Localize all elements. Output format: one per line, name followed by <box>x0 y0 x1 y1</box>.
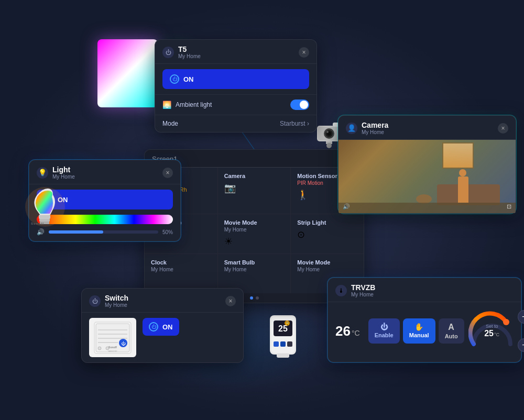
trvzb-plus-btn[interactable]: + <box>518 310 524 324</box>
camera-panel-title: Camera <box>362 121 388 129</box>
switch-subtitle: My Home <box>105 302 128 308</box>
camera-panel: 👤 Camera My Home × 🔊 ⊡ <box>338 115 516 214</box>
t5-title: T5 <box>178 45 201 53</box>
movie-mode-subtitle: My Home <box>224 227 285 233</box>
clock-title: Clock <box>151 259 211 266</box>
trvzb-enable-btn[interactable]: ⏻ Enable <box>368 318 400 344</box>
trvzb-title: TRVZB <box>351 283 375 292</box>
mode-value: Starburst › <box>280 120 309 127</box>
camera-header: 👤 Camera My Home × <box>339 116 516 140</box>
light-title: Light <box>52 165 75 174</box>
t5-close-btn[interactable]: × <box>299 47 309 58</box>
page-dot-2 <box>256 296 259 300</box>
movie-mode-title: Movie Mode <box>224 219 285 226</box>
trvzb-set-temp: 25 <box>484 329 494 338</box>
t5-panel: ⏻ T5 My Home × ⏻ ON 🌅 Ambient light Mode… <box>155 39 317 132</box>
t5-subtitle: My Home <box>178 53 201 59</box>
strip-light-title: Strip Light <box>297 219 357 226</box>
t5-on-label: ON <box>183 75 194 83</box>
trvzb-set-label-text: Set to <box>484 324 499 329</box>
grid-cell-camera[interactable]: Camera 📷 <box>218 168 291 214</box>
ambient-label: Ambient light <box>176 101 212 108</box>
switch-device-image: ⏻ Sonoff BASICR2 <box>89 318 136 357</box>
switch-on-button[interactable]: ⏻ ON <box>143 318 179 336</box>
switch-power-icon: ⏻ <box>149 322 158 331</box>
movie-mode2-title: Movie Mode <box>297 259 357 266</box>
t5-power-icon: ⏻ <box>170 74 179 84</box>
camera-panel-subtitle: My Home <box>362 129 388 135</box>
ambient-icon: 🌅 <box>162 101 171 109</box>
switch-panel: ⏻ Switch My Home × ⏻ <box>81 288 244 363</box>
trvzb-temp-unit: °C <box>352 329 360 337</box>
light-subtitle: My Home <box>52 174 75 180</box>
svg-rect-28 <box>280 341 286 347</box>
t5-icon: ⏻ <box>162 47 174 58</box>
trvzb-set-unit: °C <box>494 332 499 337</box>
camera-panel-icon: 👤 <box>346 123 357 134</box>
trvzb-icon: 🌡 <box>335 285 347 296</box>
trvzb-manual-btn[interactable]: ✋ Manual <box>403 318 435 344</box>
t5-on-button[interactable]: ⏻ ON <box>162 69 309 89</box>
page-dot-1 <box>250 296 253 300</box>
grid-cell-strip-light[interactable]: Strip Light ⊙ <box>291 214 364 253</box>
smart-bulb2-title: Smart Bulb <box>224 259 285 266</box>
trvzb-buttons: ⏻ Enable ✋ Manual A Auto <box>368 318 464 344</box>
camera-feed: 🔊 ⊡ <box>339 140 516 213</box>
t5-color-block <box>97 39 158 107</box>
trvzb-minus-btn[interactable]: − <box>518 338 524 352</box>
camera-cell-icon: 📷 <box>224 182 285 194</box>
smart-bulb2-subtitle: My Home <box>224 267 285 272</box>
trvzb-gauge: Set to 25 °C + − <box>468 307 516 355</box>
trvzb-current-temp: 26 <box>335 323 351 339</box>
svg-rect-6 <box>39 215 50 219</box>
grid-cell-smart-bulb2[interactable]: Smart Bulb My Home <box>218 254 291 293</box>
movie-mode2-subtitle: My Home <box>297 267 357 272</box>
svg-text:🔒: 🔒 <box>285 321 290 326</box>
movie-mode-icon: ☀ <box>224 236 285 247</box>
t5-header: ⏻ T5 My Home × <box>155 40 316 64</box>
svg-point-19 <box>326 143 332 148</box>
mode-label: Mode <box>162 120 178 127</box>
light-panel: 💡 Light My Home × ⏻ ON 🔊 50% <box>29 160 181 241</box>
grid-cell-clock[interactable]: Clock My Home <box>145 254 217 293</box>
switch-title: Switch <box>105 294 128 302</box>
svg-rect-29 <box>287 341 292 347</box>
switch-panel-icon: ⏻ <box>89 295 101 307</box>
svg-point-16 <box>326 131 329 133</box>
switch-on-label: ON <box>162 323 173 331</box>
trvzb-auto-btn[interactable]: A Auto <box>439 318 464 344</box>
camera-record-icon: ⊡ <box>507 203 511 210</box>
camera-cell-title: Camera <box>224 173 285 179</box>
camera-audio-icon: 🔊 <box>343 203 350 210</box>
svg-point-43 <box>503 319 509 325</box>
clock-subtitle: My Home <box>151 267 211 272</box>
svg-text:⏻: ⏻ <box>121 341 126 346</box>
ambient-toggle[interactable] <box>290 100 309 110</box>
light-close-btn[interactable]: × <box>162 168 173 178</box>
svg-rect-30 <box>277 353 289 358</box>
strip-light-icon: ⊙ <box>297 229 357 240</box>
trvzb-panel: 🌡 TRVZB My Home 26 °C ⏻ Enable ✋ Manual <box>328 278 521 362</box>
svg-text:BASICR2: BASICR2 <box>108 350 117 352</box>
grid-cell-movie-mode[interactable]: Movie Mode My Home ☀ <box>218 214 291 253</box>
light-icon: 💡 <box>37 167 48 179</box>
volume-label: 50% <box>162 229 173 235</box>
trvzb-subtitle: My Home <box>351 292 375 297</box>
switch-header: ⏻ Switch My Home × <box>82 289 243 313</box>
svg-rect-7 <box>39 219 50 222</box>
bulb-illustration: Sonoff <box>21 183 69 241</box>
t5-ambient-row: 🌅 Ambient light <box>155 94 316 115</box>
trvzb-header: 🌡 TRVZB My Home <box>328 278 521 302</box>
thermostat-hardware: 25 🔒 <box>267 313 299 360</box>
switch-close-btn[interactable]: × <box>225 296 236 306</box>
svg-text:Sonoff: Sonoff <box>108 346 117 349</box>
t5-mode-row[interactable]: Mode Starburst › <box>155 115 316 132</box>
svg-rect-27 <box>274 341 279 347</box>
light-header: 💡 Light My Home × <box>29 160 180 184</box>
camera-close-btn[interactable]: × <box>498 123 508 134</box>
svg-point-39 <box>98 347 101 350</box>
